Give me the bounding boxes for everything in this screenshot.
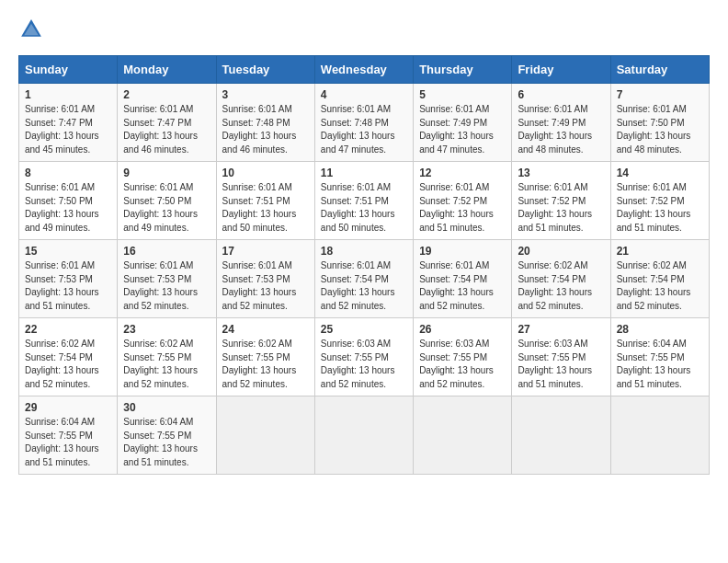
sunrise-label: Sunrise: 6:01 AM [518,182,587,192]
sunrise-label: Sunrise: 6:01 AM [419,104,489,114]
weekday-header: Friday [512,56,610,84]
sunrise-label: Sunrise: 6:01 AM [25,104,95,114]
daylight-minutes: and 52 minutes. [123,301,188,311]
sunset-label: Sunset: 7:55 PM [222,352,290,362]
day-number: 16 [123,245,210,258]
sunset-label: Sunset: 7:47 PM [123,118,191,128]
day-number: 24 [222,323,309,336]
day-info: Sunrise: 6:01 AM Sunset: 7:53 PM Dayligh… [25,259,111,313]
calendar-cell: 11 Sunrise: 6:01 AM Sunset: 7:51 PM Dayl… [314,162,413,240]
daylight-label: Daylight: 13 hours [25,131,99,141]
day-info: Sunrise: 6:01 AM Sunset: 7:49 PM Dayligh… [419,103,506,156]
daylight-minutes: and 50 minutes. [222,223,288,233]
daylight-label: Daylight: 13 hours [321,287,395,297]
day-number: 28 [617,323,703,336]
sunrise-label: Sunrise: 6:01 AM [321,260,391,270]
day-info: Sunrise: 6:01 AM Sunset: 7:51 PM Dayligh… [222,181,309,235]
day-info: Sunrise: 6:01 AM Sunset: 7:50 PM Dayligh… [123,181,210,235]
calendar-cell: 7 Sunrise: 6:01 AM Sunset: 7:50 PM Dayli… [610,84,709,162]
sunrise-label: Sunrise: 6:01 AM [25,182,95,192]
sunset-label: Sunset: 7:52 PM [518,196,586,206]
daylight-label: Daylight: 13 hours [617,131,691,141]
day-number: 18 [321,245,407,258]
daylight-minutes: and 52 minutes. [222,379,288,389]
daylight-label: Daylight: 13 hours [419,131,494,141]
day-number: 5 [419,88,506,101]
day-number: 9 [123,167,210,179]
sunrise-label: Sunrise: 6:01 AM [518,104,587,114]
sunset-label: Sunset: 7:54 PM [518,274,586,284]
calendar-cell: 12 Sunrise: 6:01 AM Sunset: 7:52 PM Dayl… [414,162,512,240]
day-number: 20 [518,245,604,258]
calendar-cell: 10 Sunrise: 6:01 AM Sunset: 7:51 PM Dayl… [216,162,314,240]
calendar-cell: 14 Sunrise: 6:01 AM Sunset: 7:52 PM Dayl… [610,162,709,240]
daylight-label: Daylight: 13 hours [518,131,592,141]
day-info: Sunrise: 6:01 AM Sunset: 7:47 PM Dayligh… [123,103,210,156]
daylight-label: Daylight: 13 hours [123,287,198,297]
day-info: Sunrise: 6:02 AM Sunset: 7:55 PM Dayligh… [123,338,210,391]
sunset-label: Sunset: 7:53 PM [123,274,191,284]
daylight-minutes: and 52 minutes. [617,301,682,311]
weekday-header: Wednesday [314,56,413,84]
day-info: Sunrise: 6:01 AM Sunset: 7:52 PM Dayligh… [617,181,703,235]
sunrise-label: Sunrise: 6:01 AM [222,104,292,114]
sunset-label: Sunset: 7:50 PM [123,196,191,206]
daylight-label: Daylight: 13 hours [25,209,99,219]
sunrise-label: Sunrise: 6:03 AM [321,339,391,349]
sunset-label: Sunset: 7:54 PM [617,274,685,284]
daylight-minutes: and 48 minutes. [617,144,682,155]
sunrise-label: Sunrise: 6:01 AM [222,182,292,192]
day-info: Sunrise: 6:01 AM Sunset: 7:48 PM Dayligh… [321,103,407,156]
daylight-minutes: and 51 minutes. [518,379,583,389]
day-info: Sunrise: 6:04 AM Sunset: 7:55 PM Dayligh… [617,338,703,391]
calendar-cell: 16 Sunrise: 6:01 AM Sunset: 7:53 PM Dayl… [118,240,216,318]
day-number: 15 [25,245,111,258]
calendar-cell: 26 Sunrise: 6:03 AM Sunset: 7:55 PM Dayl… [414,318,512,396]
day-info: Sunrise: 6:01 AM Sunset: 7:47 PM Dayligh… [25,103,111,156]
calendar-cell: 20 Sunrise: 6:02 AM Sunset: 7:54 PM Dayl… [512,240,610,318]
sunset-label: Sunset: 7:55 PM [617,352,685,362]
daylight-label: Daylight: 13 hours [617,287,691,297]
daylight-minutes: and 51 minutes. [419,223,484,233]
daylight-label: Daylight: 13 hours [222,365,297,375]
day-info: Sunrise: 6:01 AM Sunset: 7:53 PM Dayligh… [123,259,210,313]
sunset-label: Sunset: 7:52 PM [617,196,685,206]
calendar-week-row: 15 Sunrise: 6:01 AM Sunset: 7:53 PM Dayl… [19,240,710,318]
daylight-label: Daylight: 13 hours [25,287,99,297]
calendar-cell [610,396,709,475]
daylight-minutes: and 51 minutes. [25,301,90,311]
sunset-label: Sunset: 7:54 PM [419,274,487,284]
sunrise-label: Sunrise: 6:04 AM [617,339,687,349]
sunrise-label: Sunrise: 6:01 AM [25,260,95,270]
sunset-label: Sunset: 7:55 PM [518,352,586,362]
sunset-label: Sunset: 7:51 PM [321,196,389,206]
sunset-label: Sunset: 7:48 PM [321,118,389,128]
calendar-week-row: 22 Sunrise: 6:02 AM Sunset: 7:54 PM Dayl… [19,318,710,396]
weekday-header: Tuesday [216,56,314,84]
day-info: Sunrise: 6:01 AM Sunset: 7:54 PM Dayligh… [419,259,506,313]
day-number: 17 [222,245,309,258]
sunset-label: Sunset: 7:55 PM [419,352,487,362]
daylight-label: Daylight: 13 hours [518,287,592,297]
calendar-cell: 15 Sunrise: 6:01 AM Sunset: 7:53 PM Dayl… [19,240,118,318]
sunrise-label: Sunrise: 6:01 AM [617,182,687,192]
day-number: 7 [617,88,703,101]
sunrise-label: Sunrise: 6:02 AM [25,339,95,349]
daylight-label: Daylight: 13 hours [222,209,297,219]
calendar-cell: 1 Sunrise: 6:01 AM Sunset: 7:47 PM Dayli… [19,84,118,162]
daylight-minutes: and 46 minutes. [123,144,188,155]
sunrise-label: Sunrise: 6:01 AM [222,260,292,270]
daylight-label: Daylight: 13 hours [25,443,99,454]
daylight-minutes: and 46 minutes. [222,144,288,155]
calendar-cell: 8 Sunrise: 6:01 AM Sunset: 7:50 PM Dayli… [19,162,118,240]
calendar-cell: 27 Sunrise: 6:03 AM Sunset: 7:55 PM Dayl… [512,318,610,396]
daylight-label: Daylight: 13 hours [419,209,494,219]
calendar-cell: 25 Sunrise: 6:03 AM Sunset: 7:55 PM Dayl… [314,318,413,396]
sunrise-label: Sunrise: 6:02 AM [123,339,193,349]
calendar-cell [414,396,512,475]
day-info: Sunrise: 6:03 AM Sunset: 7:55 PM Dayligh… [419,338,506,391]
calendar-week-row: 1 Sunrise: 6:01 AM Sunset: 7:47 PM Dayli… [19,84,710,162]
sunset-label: Sunset: 7:54 PM [25,352,93,362]
calendar-cell: 17 Sunrise: 6:01 AM Sunset: 7:53 PM Dayl… [216,240,314,318]
daylight-minutes: and 52 minutes. [123,379,188,389]
